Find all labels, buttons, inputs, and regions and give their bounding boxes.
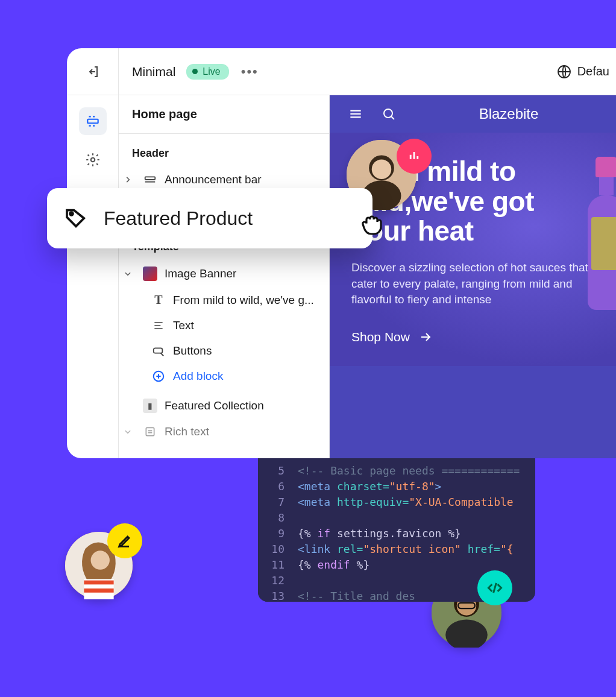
code-key: if bbox=[311, 527, 337, 540]
topbar: Minimal Live ••• Defau bbox=[67, 48, 616, 95]
section-sidebar: Home page Header Announcement bar Templa… bbox=[119, 95, 330, 458]
line-num: 10 bbox=[258, 541, 284, 557]
code-badge bbox=[477, 570, 512, 605]
code-str: "shortcut icon" bbox=[363, 543, 461, 555]
richtext-icon bbox=[143, 426, 157, 438]
shop-now-link[interactable]: Shop Now bbox=[351, 330, 600, 344]
code-key: endif bbox=[311, 558, 357, 571]
group-header: Header bbox=[119, 134, 329, 167]
exit-button[interactable] bbox=[67, 48, 119, 95]
pencil-icon bbox=[116, 532, 133, 549]
locale-label: Defau bbox=[577, 65, 609, 78]
svg-point-14 bbox=[91, 550, 110, 569]
image-thumb-icon bbox=[143, 266, 157, 281]
live-label: Live bbox=[203, 66, 220, 77]
code-attr: rel= bbox=[330, 543, 363, 555]
chevron-down-icon bbox=[124, 427, 136, 436]
store-name: Blazebite bbox=[414, 106, 603, 122]
code-tag: <link bbox=[298, 543, 330, 555]
locale-selector[interactable]: Defau bbox=[557, 65, 609, 79]
svg-rect-16 bbox=[84, 581, 113, 585]
gear-icon bbox=[85, 152, 101, 168]
code-str: "X-UA-Compatible bbox=[409, 496, 513, 508]
svg-point-2 bbox=[90, 158, 95, 162]
code-attr: http-equiv= bbox=[337, 496, 409, 508]
hamburger-icon[interactable] bbox=[348, 106, 363, 122]
code-attr: charset= bbox=[337, 480, 389, 493]
dragging-section-card[interactable]: Featured Product bbox=[47, 188, 372, 248]
svg-rect-6 bbox=[146, 427, 154, 435]
svg-rect-1 bbox=[87, 119, 98, 124]
dragging-section-label: Featured Product bbox=[104, 207, 356, 230]
svg-rect-3 bbox=[145, 177, 156, 180]
line-num: 13 bbox=[258, 588, 284, 602]
code-tag: <meta bbox=[298, 480, 330, 493]
code-liquid: %} bbox=[357, 558, 370, 571]
collection-thumb-icon: ▮ bbox=[143, 399, 157, 413]
line-num: 9 bbox=[258, 526, 284, 541]
code-str: "{ bbox=[500, 543, 514, 555]
line-num: 12 bbox=[258, 573, 284, 588]
svg-point-8 bbox=[70, 212, 73, 215]
section-rich-text[interactable]: Rich text bbox=[119, 419, 329, 444]
section-label: Image Banner bbox=[165, 267, 236, 280]
code-tag: > bbox=[435, 480, 442, 493]
code-attr: href= bbox=[461, 543, 500, 555]
line-gutter: 5 6 7 8 9 10 11 12 13 bbox=[258, 458, 292, 602]
page-selector[interactable]: Home page bbox=[119, 95, 329, 134]
product-image bbox=[585, 157, 616, 314]
line-num: 5 bbox=[258, 463, 284, 479]
more-menu-button[interactable]: ••• bbox=[241, 64, 259, 80]
code-icon bbox=[486, 579, 503, 596]
code-line: <!-- Title and des bbox=[298, 590, 415, 602]
section-featured-collection[interactable]: ▮ Featured Collection bbox=[119, 393, 329, 419]
code-line: <!-- Basic page needs ============ bbox=[298, 464, 520, 477]
analytics-badge bbox=[397, 139, 432, 174]
svg-rect-17 bbox=[84, 588, 113, 593]
svg-rect-4 bbox=[154, 348, 163, 353]
globe-icon bbox=[557, 65, 571, 79]
svg-point-7 bbox=[384, 109, 392, 118]
sections-icon bbox=[85, 113, 101, 129]
arrow-right-icon bbox=[418, 330, 433, 344]
block-label: Buttons bbox=[173, 344, 212, 358]
code-liquid: settings.favicon %} bbox=[337, 527, 461, 540]
section-image-banner[interactable]: Image Banner bbox=[119, 260, 329, 287]
add-block-label: Add block bbox=[173, 370, 223, 383]
cta-label: Shop Now bbox=[351, 330, 410, 344]
code-tag: <meta bbox=[298, 496, 330, 508]
button-icon bbox=[151, 344, 166, 358]
heading-icon: T bbox=[151, 293, 166, 307]
plus-circle-icon bbox=[151, 370, 166, 383]
text-icon bbox=[151, 320, 166, 332]
left-rail bbox=[67, 95, 119, 458]
section-label: Featured Collection bbox=[165, 399, 264, 412]
block-label: From mild to wild, we've g... bbox=[173, 294, 314, 307]
announcement-icon bbox=[143, 173, 157, 186]
code-liquid: {% bbox=[298, 558, 311, 571]
search-icon[interactable] bbox=[382, 107, 396, 121]
line-num: 8 bbox=[258, 510, 284, 526]
hero-subtext: Discover a sizzling selection of hot sau… bbox=[351, 260, 600, 308]
live-badge: Live bbox=[186, 64, 228, 80]
body: Home page Header Announcement bar Templa… bbox=[67, 95, 616, 458]
code-liquid: {% bbox=[298, 527, 311, 540]
chart-icon bbox=[406, 148, 423, 165]
sections-tab[interactable] bbox=[79, 107, 107, 135]
line-num: 11 bbox=[258, 557, 284, 573]
editor-window: Minimal Live ••• Defau bbox=[67, 48, 616, 458]
code-str: "utf-8" bbox=[389, 480, 435, 493]
settings-tab[interactable] bbox=[79, 146, 107, 174]
section-label: Rich text bbox=[165, 425, 209, 438]
block-label: Text bbox=[173, 319, 194, 332]
line-num: 6 bbox=[258, 479, 284, 494]
block-heading[interactable]: T From mild to wild, we've g... bbox=[119, 287, 329, 313]
chevron-down-icon bbox=[124, 270, 136, 278]
block-buttons[interactable]: Buttons bbox=[119, 338, 329, 364]
chevron-right-icon bbox=[124, 175, 136, 184]
live-dot-icon bbox=[192, 69, 198, 74]
section-label: Announcement bar bbox=[165, 173, 262, 186]
block-text[interactable]: Text bbox=[119, 313, 329, 338]
theme-name: Minimal bbox=[132, 65, 175, 79]
add-block-button[interactable]: Add block bbox=[119, 364, 329, 389]
